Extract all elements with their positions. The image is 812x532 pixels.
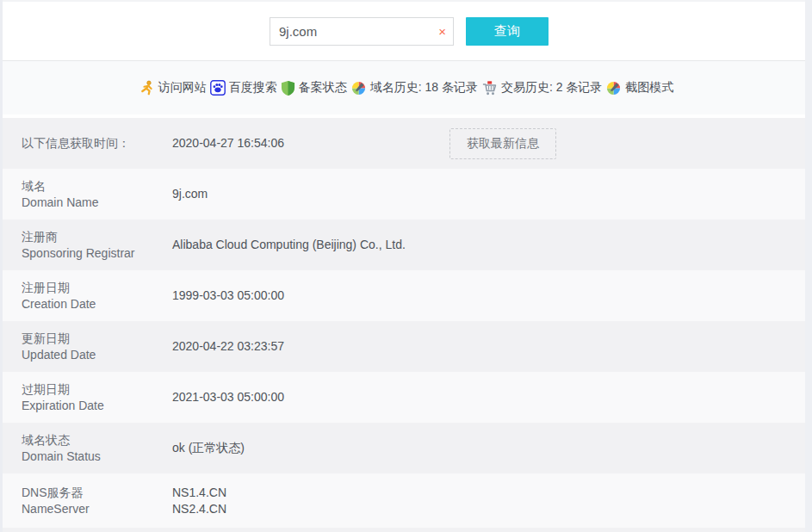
- row-value: 2020-04-22 03:23:57: [172, 338, 284, 355]
- row-label: 更新日期 Updated Date: [0, 331, 172, 363]
- search-header: × 查询: [0, 2, 812, 61]
- row-label: 域名状态 Domain Status: [0, 432, 172, 465]
- baidu-paw-icon: [210, 80, 226, 96]
- toolbar-item-label: 域名历史: 18 条记录: [370, 80, 478, 96]
- page-left-edge: [0, 0, 3, 532]
- fetch-time-value: 2020-04-27 16:54:06: [172, 135, 284, 152]
- search-input-box: ×: [270, 17, 454, 46]
- row-label: 注册日期 Creation Date: [0, 280, 172, 312]
- row-label: 过期日期 Expiration Date: [0, 381, 172, 414]
- row-value: 2021-03-03 05:00:00: [172, 389, 284, 405]
- quick-links-toolbar: 访问网站百度搜索备案状态域名历史: 18 条记录交易历史: 2 条记录截图模式: [0, 61, 812, 114]
- pie-chart-icon: [350, 80, 367, 96]
- toolbar-item-screenshot-mode[interactable]: 截图模式: [605, 80, 673, 96]
- fetch-time-label: 以下信息获取时间：: [0, 135, 172, 152]
- toolbar-item-baidu-search[interactable]: 百度搜索: [210, 80, 277, 96]
- cart-icon: [481, 80, 498, 96]
- row-label: 注册商 Sponsoring Registrar: [0, 229, 172, 262]
- row-value: NS1.4.CN NS2.4.CN: [172, 485, 226, 517]
- toolbar-item-label: 备案状态: [299, 80, 347, 96]
- row-label: DNS服务器 NameServer: [0, 485, 172, 517]
- search-input[interactable]: [270, 17, 454, 46]
- info-row: 过期日期 Expiration Date 2021-03-03 05:00:00: [0, 372, 805, 423]
- query-button[interactable]: 查询: [466, 17, 549, 46]
- whois-info-table: 以下信息获取时间： 2020-04-27 16:54:06 获取最新信息 域名 …: [0, 118, 805, 532]
- info-row: 注册商 Sponsoring Registrar Alibaba Cloud C…: [0, 220, 805, 270]
- shield-icon: [281, 80, 295, 96]
- toolbar-item-domain-history[interactable]: 域名历史: 18 条记录: [350, 80, 478, 96]
- info-row: 更新日期 Updated Date 2020-04-22 03:23:57: [0, 321, 805, 372]
- row-value: Alibaba Cloud Computing (Beijing) Co., L…: [172, 237, 406, 253]
- running-man-icon: [139, 80, 155, 96]
- info-row: 域名 Domain Name 9j.com: [0, 169, 805, 220]
- fetch-time-row: 以下信息获取时间： 2020-04-27 16:54:06 获取最新信息: [0, 118, 805, 169]
- scrollbar-track[interactable]: [805, 0, 812, 532]
- info-row: 注册日期 Creation Date 1999-03-03 05:00:00: [0, 270, 805, 321]
- toolbar-item-visit-site[interactable]: 访问网站: [139, 80, 207, 96]
- toolbar-item-label: 百度搜索: [229, 80, 277, 96]
- row-value: 1999-03-03 05:00:00: [172, 288, 284, 304]
- toolbar-item-icp-status[interactable]: 备案状态: [281, 80, 347, 96]
- clear-icon[interactable]: ×: [438, 25, 446, 38]
- row-value: ok (正常状态): [172, 440, 245, 456]
- toolbar-item-trade-history[interactable]: 交易历史: 2 条记录: [481, 80, 602, 96]
- toolbar-item-label: 截图模式: [625, 80, 673, 96]
- refresh-button[interactable]: 获取最新信息: [449, 128, 556, 159]
- info-row: 域名状态 Domain Status ok (正常状态): [0, 423, 805, 473]
- row-value: 9j.com: [172, 186, 208, 202]
- next-row-partial: [0, 528, 805, 532]
- toolbar-item-label: 交易历史: 2 条记录: [501, 80, 602, 96]
- pie-chart-icon: [605, 80, 622, 96]
- row-label: 域名 Domain Name: [0, 178, 172, 211]
- toolbar-item-label: 访问网站: [158, 80, 207, 96]
- info-row: DNS服务器 NameServer NS1.4.CN NS2.4.CN: [0, 473, 805, 528]
